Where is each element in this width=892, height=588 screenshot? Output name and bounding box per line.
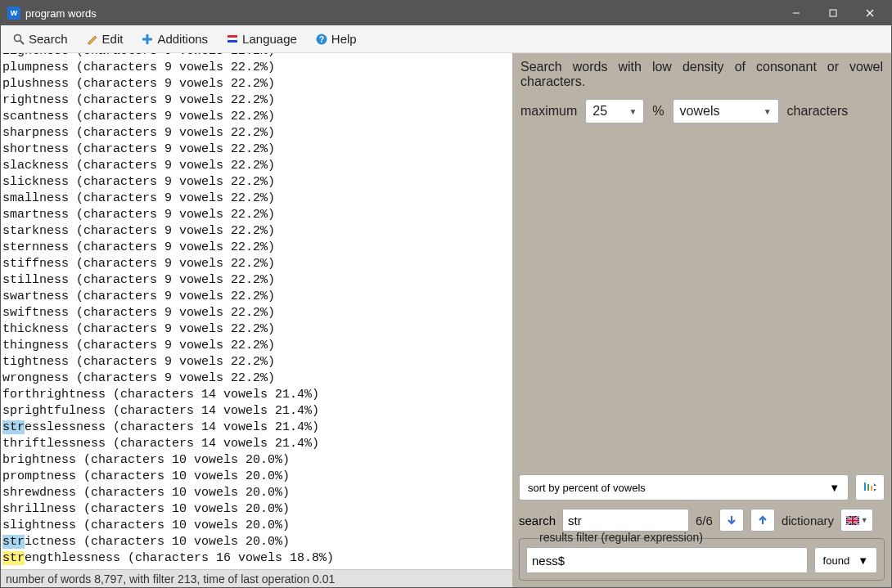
menu-language-label: Language	[242, 32, 297, 46]
sort-row: sort by percent of vowels ▼	[512, 469, 891, 505]
percent-value: 25	[592, 104, 607, 119]
result-row[interactable]: shortness (characters 9 vowels 22.2%)	[2, 141, 511, 158]
plus-icon	[141, 33, 154, 46]
menu-search[interactable]: Search	[6, 29, 74, 49]
result-row[interactable]: promptness (characters 10 vowels 20.0%)	[2, 469, 511, 485]
type-value: vowels	[680, 104, 720, 119]
window-title: program words	[25, 7, 97, 20]
result-row[interactable]: lightness (characters 9 vowels 22.2%)	[2, 53, 511, 60]
mode-label: maximum	[520, 104, 577, 119]
result-row[interactable]: slickness (characters 9 vowels 22.2%)	[2, 174, 511, 191]
result-row[interactable]: slackness (characters 9 vowels 22.2%)	[2, 158, 511, 174]
sort-label: sort by percent of vowels	[528, 482, 646, 494]
found-dropdown[interactable]: found ▼	[814, 547, 877, 573]
param-row: maximum 25 ▼ % vowels ▼ characters	[512, 96, 891, 132]
result-row[interactable]: stiffness (characters 9 vowels 22.2%)	[2, 256, 511, 272]
menu-edit[interactable]: Edit	[79, 29, 130, 49]
dictionary-label: dictionary	[782, 514, 834, 527]
menu-additions-label: Additions	[157, 32, 208, 46]
result-row[interactable]: starkness (characters 9 vowels 22.2%)	[2, 223, 511, 240]
menu-search-label: Search	[29, 32, 68, 46]
search-counter: 6/6	[696, 514, 713, 527]
result-row[interactable]: slightness (characters 10 vowels 20.0%)	[2, 518, 511, 534]
svg-rect-8	[228, 35, 237, 38]
result-row[interactable]: stillness (characters 9 vowels 22.2%)	[2, 272, 511, 289]
panel-description: Search words with low density of consona…	[512, 53, 891, 96]
result-row[interactable]: sharpness (characters 9 vowels 22.2%)	[2, 125, 511, 141]
result-row[interactable]: swiftness (characters 9 vowels 22.2%)	[2, 305, 511, 321]
result-row[interactable]: thingness (characters 9 vowels 22.2%)	[2, 338, 511, 354]
pencil-icon	[86, 33, 99, 46]
result-row[interactable]: plushness (characters 9 vowels 22.2%)	[2, 76, 511, 92]
result-row[interactable]: smallness (characters 9 vowels 22.2%)	[2, 191, 511, 207]
percent-dropdown[interactable]: 25 ▼	[585, 99, 644, 123]
svg-rect-13	[864, 483, 866, 491]
close-button[interactable]	[851, 1, 888, 25]
menu-help[interactable]: ? Help	[309, 29, 363, 49]
svg-rect-14	[867, 484, 869, 491]
percent-symbol: %	[652, 104, 664, 119]
flag-icon	[226, 33, 239, 46]
result-row[interactable]: strengthlessness (characters 16 vowels 1…	[2, 550, 511, 567]
minimize-button[interactable]	[777, 1, 814, 25]
sort-options-button[interactable]	[855, 474, 885, 500]
result-row[interactable]: strictness (characters 10 vowels 20.0%)	[2, 534, 511, 550]
result-row[interactable]: sprightfulness (characters 14 vowels 21.…	[2, 403, 511, 420]
svg-line-5	[20, 41, 24, 44]
sort-dropdown[interactable]: sort by percent of vowels ▼	[519, 474, 849, 500]
search-icon	[12, 33, 25, 46]
content-area: lightness (characters 9 vowels 22.2%)plu…	[1, 53, 891, 587]
svg-rect-7	[142, 38, 152, 40]
result-row[interactable]: sternness (characters 9 vowels 22.2%)	[2, 240, 511, 256]
result-row[interactable]: tightness (characters 9 vowels 22.2%)	[2, 354, 511, 370]
statusbar: number of words 8,797, with filter 213, …	[1, 569, 512, 587]
chevron-down-icon: ▼	[628, 107, 637, 116]
found-label: found	[823, 554, 850, 567]
status-text: number of words 8,797, with filter 213, …	[6, 572, 335, 586]
arrow-down-icon	[726, 514, 737, 526]
svg-rect-20	[846, 519, 859, 521]
dictionary-flag-dropdown[interactable]: ▼	[840, 509, 873, 532]
left-pane: lightness (characters 9 vowels 22.2%)plu…	[1, 53, 512, 587]
search-input[interactable]	[562, 509, 689, 532]
svg-rect-15	[871, 486, 872, 491]
menubar: Search Edit Additions Language ? Help	[1, 25, 891, 53]
svg-rect-10	[228, 40, 237, 43]
result-row[interactable]: thickness (characters 9 vowels 22.2%)	[2, 321, 511, 338]
result-row[interactable]: scantness (characters 9 vowels 22.2%)	[2, 109, 511, 125]
type-dropdown[interactable]: vowels ▼	[673, 99, 779, 123]
results-list[interactable]: lightness (characters 9 vowels 22.2%)plu…	[1, 53, 512, 569]
filter-fieldset: results filter (regular expression) foun…	[519, 538, 885, 581]
menu-language[interactable]: Language	[219, 29, 304, 49]
app-window: W program words Search Edit Additions La…	[0, 0, 892, 588]
menu-help-label: Help	[331, 32, 357, 46]
result-row[interactable]: brightness (characters 10 vowels 20.0%)	[2, 452, 511, 469]
svg-rect-1	[830, 10, 836, 16]
help-icon: ?	[315, 33, 328, 46]
menu-additions[interactable]: Additions	[134, 29, 214, 49]
result-row[interactable]: shrewdness (characters 10 vowels 20.0%)	[2, 485, 511, 501]
result-row[interactable]: plumpness (characters 9 vowels 22.2%)	[2, 60, 511, 76]
chevron-down-icon: ▼	[861, 516, 868, 524]
uk-flag-icon	[846, 516, 859, 525]
search-prev-button[interactable]	[750, 509, 775, 532]
result-row[interactable]: smartness (characters 9 vowels 22.2%)	[2, 207, 511, 223]
result-row[interactable]: rightness (characters 9 vowels 22.2%)	[2, 92, 511, 109]
result-row[interactable]: thriftlessness (characters 14 vowels 21.…	[2, 436, 511, 452]
filter-legend: results filter (regular expression)	[536, 531, 706, 544]
result-row[interactable]: shrillness (characters 10 vowels 20.0%)	[2, 501, 511, 518]
titlebar: W program words	[1, 1, 891, 25]
search-next-button[interactable]	[719, 509, 744, 532]
svg-point-4	[15, 34, 21, 41]
result-row[interactable]: forthrightness (characters 14 vowels 21.…	[2, 387, 511, 403]
maximize-button[interactable]	[814, 1, 851, 25]
svg-text:?: ?	[319, 35, 324, 44]
filter-input[interactable]	[526, 547, 808, 573]
result-row[interactable]: swartness (characters 9 vowels 22.2%)	[2, 289, 511, 305]
result-row[interactable]: stresslessness (characters 14 vowels 21.…	[2, 420, 511, 436]
sort-bars-icon	[863, 480, 877, 495]
search-label: search	[519, 514, 556, 527]
result-row[interactable]: wrongness (characters 9 vowels 22.2%)	[2, 370, 511, 387]
chevron-down-icon: ▼	[829, 482, 840, 494]
arrow-up-icon	[757, 514, 768, 526]
